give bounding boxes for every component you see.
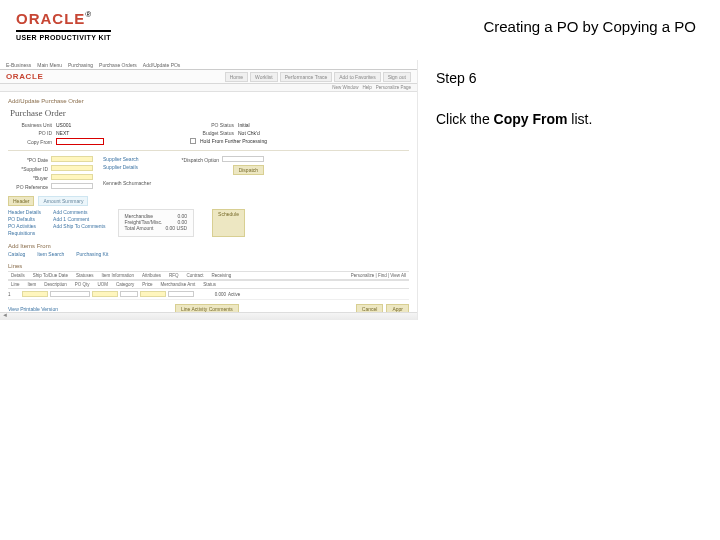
- link-po-activities[interactable]: PO Activities: [8, 223, 41, 229]
- kv-hold-label: Hold From Further Processing: [200, 138, 267, 144]
- row-status: Active: [228, 292, 240, 297]
- link-add-1-comment[interactable]: Add 1 Comment: [53, 216, 105, 222]
- subbar-personalize[interactable]: Personalize Page: [376, 85, 411, 90]
- link-add-shipto-comments[interactable]: Add Ship To Comments: [53, 223, 105, 229]
- lt-details[interactable]: Details: [8, 273, 28, 278]
- kv-budget-value: Not Chk'd: [238, 130, 260, 136]
- copy-from-dropdown[interactable]: [56, 138, 104, 145]
- row-line: 1: [8, 292, 20, 297]
- tabstrip: Header Amount Summary: [8, 196, 409, 206]
- supplier-search-link[interactable]: Supplier Search: [103, 156, 151, 162]
- nav-tab-perf[interactable]: Performance Trace: [280, 72, 333, 82]
- amount-summary-box: Merchandise0.00 Freight/Tax/Misc.0.00 To…: [118, 209, 195, 237]
- brand-block: ORACLE® USER PRODUCTIVITY KIT: [16, 10, 111, 41]
- buyer-label: *Buyer: [8, 175, 48, 181]
- row-price-input[interactable]: [168, 291, 194, 297]
- dispatch-label: *Dispatch Option: [179, 157, 219, 163]
- instruction-pane: Step 6 Click the Copy From list.: [418, 60, 720, 360]
- sum-total-v: 0.00 USD: [165, 225, 187, 231]
- nav-tab-fav[interactable]: Add to Favorites: [334, 72, 380, 82]
- kv-bu-label: Business Unit: [8, 122, 52, 128]
- instr-prefix: Click the: [436, 111, 494, 127]
- sum-total-k: Total Amount: [125, 225, 154, 231]
- scrollbar[interactable]: [0, 312, 417, 320]
- buyer-input[interactable]: [51, 174, 93, 180]
- link-po-defaults[interactable]: PO Defaults: [8, 216, 41, 222]
- lt-contract[interactable]: Contract: [184, 273, 207, 278]
- nav-tabs: Home Worklist Performance Trace Add to F…: [225, 72, 411, 82]
- col-cat: Category: [113, 282, 137, 287]
- row-qty-input[interactable]: [92, 291, 118, 297]
- kv-bu-value: US001: [56, 122, 71, 128]
- nav-tab-signout[interactable]: Sign out: [383, 72, 411, 82]
- nav-tab-worklist[interactable]: Worklist: [250, 72, 278, 82]
- link-requisitions[interactable]: Requisitions: [8, 230, 41, 236]
- link-catalog[interactable]: Catalog: [8, 251, 25, 257]
- row-cat-input[interactable]: [140, 291, 166, 297]
- brand-name: ORACLE: [16, 10, 85, 27]
- po-header-grid: Business UnitUS001 PO IDNEXT Copy From P…: [8, 122, 409, 145]
- lt-shipto[interactable]: Ship To/Due Date: [30, 273, 71, 278]
- header-content: Header Details PO Defaults PO Activities…: [8, 209, 409, 237]
- instruction-text: Click the Copy From list.: [436, 110, 720, 129]
- podate-input[interactable]: [51, 156, 93, 162]
- subbar-help[interactable]: Help: [362, 85, 371, 90]
- header-links: Header Details PO Defaults PO Activities…: [8, 209, 41, 237]
- crumb-1: Main Menu: [37, 62, 62, 68]
- tab-header[interactable]: Header: [8, 196, 34, 206]
- po-section-title: Add/Update Purchase Order: [8, 98, 409, 104]
- brand-r: ®: [85, 10, 91, 19]
- hold-checkbox[interactable]: [190, 138, 196, 144]
- poref-label: PO Reference: [8, 184, 48, 190]
- divider: [8, 150, 409, 151]
- podate-label: *PO Date: [8, 157, 48, 163]
- link-header-details[interactable]: Header Details: [8, 209, 41, 215]
- supplier-details-link[interactable]: Supplier Details: [103, 164, 151, 170]
- page-title: Creating a PO by Copying a PO: [483, 18, 696, 35]
- brand-name-row: ORACLE®: [16, 10, 111, 28]
- supplierid-input[interactable]: [51, 165, 93, 171]
- dispatch-select[interactable]: [222, 156, 264, 162]
- step-label: Step 6: [436, 70, 720, 86]
- subbar-newwin[interactable]: New Window: [332, 85, 358, 90]
- nav-tab-home[interactable]: Home: [225, 72, 248, 82]
- row-uom-input[interactable]: [120, 291, 138, 297]
- app-logo: ORACLE: [6, 72, 43, 81]
- link-add-comments[interactable]: Add Comments: [53, 209, 105, 215]
- poref-input[interactable]: [51, 183, 93, 189]
- table-row: 1 0.000 Active: [8, 289, 409, 300]
- header-links-2: Add Comments Add 1 Comment Add Ship To C…: [53, 209, 105, 237]
- crumb-2: Purchasing: [68, 62, 93, 68]
- row-desc-input[interactable]: [50, 291, 90, 297]
- col-uom: UOM: [95, 282, 112, 287]
- col-desc: Description: [41, 282, 70, 287]
- lt-attr[interactable]: Attributes: [139, 273, 164, 278]
- col-status: Status: [200, 282, 219, 287]
- lt-rfq[interactable]: RFQ: [166, 273, 182, 278]
- tab-amount-summary[interactable]: Amount Summary: [38, 196, 88, 206]
- crumb-4: Add/Update POs: [143, 62, 181, 68]
- crumb-0: E-Business: [6, 62, 31, 68]
- lines-tabstrip: Details Ship To/Due Date Statuses Item I…: [8, 271, 409, 280]
- link-purchasing-kit[interactable]: Purchasing Kit: [76, 251, 108, 257]
- kv-poid-value: NEXT: [56, 130, 69, 136]
- kv-postatus-value: Initial: [238, 122, 250, 128]
- row-item-input[interactable]: [22, 291, 48, 297]
- lt-iteminfo[interactable]: Item Information: [98, 273, 137, 278]
- schedule-button[interactable]: Schedule: [212, 209, 245, 237]
- po-body: Add/Update Purchase Order Purchase Order…: [0, 92, 417, 320]
- col-item: Item: [25, 282, 40, 287]
- brand-subtitle: USER PRODUCTIVITY KIT: [16, 34, 111, 41]
- buyer-name: Kenneth Schumacher: [103, 180, 151, 186]
- screenshot-area: E-Business Main Menu Purchasing Purchase…: [0, 60, 418, 320]
- supplierid-label: *Supplier ID: [8, 166, 48, 172]
- col-amt: Merchandise Amt: [158, 282, 199, 287]
- lt-statuses[interactable]: Statuses: [73, 273, 97, 278]
- crumb-3: Purchase Orders: [99, 62, 137, 68]
- lines-toolbar[interactable]: Personalize | Find | View All: [348, 273, 409, 278]
- kv-copyfrom-label: Copy From: [8, 139, 52, 145]
- instr-bold: Copy From: [494, 111, 568, 127]
- lt-recv[interactable]: Receiving: [209, 273, 235, 278]
- link-item-search[interactable]: Item Search: [37, 251, 64, 257]
- dispatch-button[interactable]: Dispatch: [233, 165, 264, 175]
